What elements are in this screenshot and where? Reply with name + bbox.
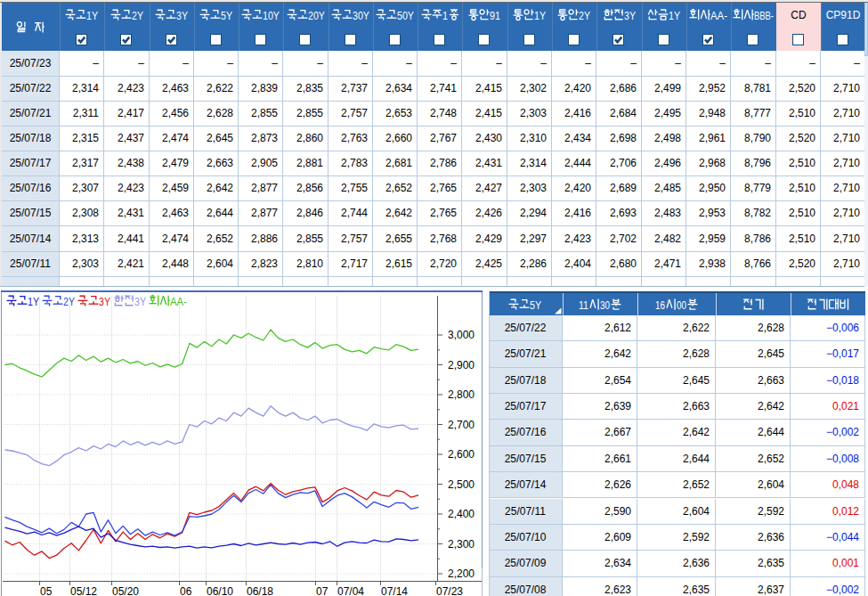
svg-text:2,600: 2,600 <box>448 448 475 461</box>
svg-text:07/23: 07/23 <box>436 585 463 596</box>
svg-text:10Y: 10Y <box>263 9 280 21</box>
svg-text:16: 16 <box>655 298 665 311</box>
svg-text:1: 1 <box>442 9 448 21</box>
svg-text:2,500: 2,500 <box>448 478 475 491</box>
svg-text:05: 05 <box>40 585 53 596</box>
svg-text:5Y: 5Y <box>221 9 232 21</box>
svg-text:3Y: 3Y <box>624 9 636 21</box>
svg-text:05/12: 05/12 <box>70 585 97 596</box>
svg-text:07/14: 07/14 <box>381 585 408 596</box>
svg-text:05/20: 05/20 <box>112 585 139 596</box>
svg-text:1Y: 1Y <box>86 9 98 21</box>
svg-text:2,400: 2,400 <box>448 508 475 520</box>
svg-text:3Y: 3Y <box>99 295 110 307</box>
svg-text:2Y: 2Y <box>579 9 590 21</box>
svg-text:30Y: 30Y <box>353 9 369 21</box>
svg-text:20Y: 20Y <box>308 9 325 21</box>
svg-text:2,700: 2,700 <box>448 419 475 431</box>
svg-text:1Y: 1Y <box>534 9 546 21</box>
svg-text:3Y: 3Y <box>176 9 188 21</box>
svg-text:07/04: 07/04 <box>337 585 364 596</box>
svg-text:2Y: 2Y <box>132 9 143 21</box>
svg-text:2Y: 2Y <box>63 295 75 307</box>
svg-text:AA-: AA- <box>710 9 727 21</box>
svg-text:BBB-: BBB- <box>754 9 774 21</box>
svg-text:1Y: 1Y <box>669 9 680 21</box>
svg-text:2,200: 2,200 <box>448 567 475 580</box>
svg-text:11: 11 <box>579 298 588 311</box>
svg-text:06/18: 06/18 <box>247 585 273 596</box>
svg-text:2,300: 2,300 <box>448 538 475 551</box>
svg-text:50Y: 50Y <box>397 9 414 21</box>
svg-text:2,800: 2,800 <box>448 388 475 401</box>
svg-text:07: 07 <box>316 585 329 596</box>
svg-text:2,900: 2,900 <box>448 359 475 371</box>
svg-text:1Y: 1Y <box>28 295 39 307</box>
svg-text:AA-: AA- <box>170 295 187 307</box>
svg-text:3Y: 3Y <box>134 295 146 307</box>
svg-text:5Y: 5Y <box>530 298 541 311</box>
svg-text:3,000: 3,000 <box>448 329 475 341</box>
svg-text:00: 00 <box>677 298 686 311</box>
svg-text:06: 06 <box>180 585 192 596</box>
svg-text:91: 91 <box>490 9 500 21</box>
svg-text:06/10: 06/10 <box>207 585 233 596</box>
svg-text:30: 30 <box>600 298 610 311</box>
